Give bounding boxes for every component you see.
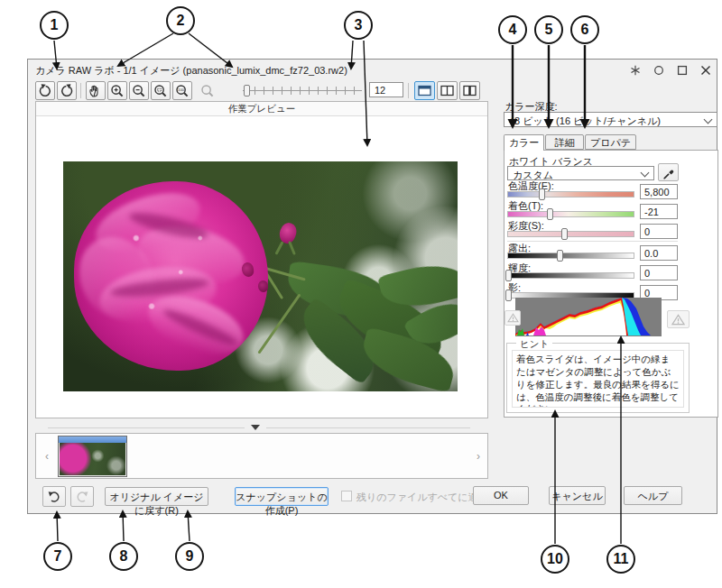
eyedropper-button[interactable]: [658, 163, 679, 181]
undo-icon: [47, 490, 61, 504]
shadow-slider-handle[interactable]: [505, 289, 512, 301]
thumbnail-selected[interactable]: [58, 436, 127, 477]
zoom-100-button[interactable]: 100: [172, 81, 192, 100]
help-button[interactable]: ヘルプ: [624, 486, 682, 505]
hint-groupbox: ヒント 着色スライダは、イメージ中の緑またはマゼンタの調整によって色かぶりを修正…: [506, 343, 690, 413]
shadow-clipping-warning-button[interactable]: [504, 310, 521, 326]
view-before-after-button[interactable]: [437, 81, 458, 100]
tint-value-input[interactable]: -21: [640, 204, 678, 219]
restore-circle-icon[interactable]: [653, 64, 664, 76]
callout-2: 2: [166, 6, 195, 35]
thumbnail-image: [60, 443, 125, 475]
preview-image[interactable]: [63, 161, 458, 391]
hint-text: 着色スライダは、イメージ中の緑またはマゼンタの調整によって色かぶりを修正します。…: [512, 350, 684, 408]
eyedropper-icon: [662, 166, 675, 179]
single-pane-icon: [417, 84, 432, 97]
zoom-tool-button[interactable]: [198, 81, 218, 100]
divider: [507, 241, 678, 242]
thumbnail-titlebar: [59, 436, 126, 443]
zoom-value-input[interactable]: 12: [369, 82, 403, 97]
callout-1: 1: [40, 11, 69, 40]
tab-detail[interactable]: 詳細: [545, 134, 584, 150]
maximize-icon[interactable]: [676, 64, 688, 76]
thumbnail-strip: ‹ ›: [35, 433, 488, 479]
color-tab-panel: ホワイト バランス カスタム 色温度(E): 5,800 着色(T): -21 …: [504, 150, 718, 418]
thumb-scroll-left-icon[interactable]: ‹: [42, 449, 52, 464]
collapse-line: [48, 427, 245, 428]
magnifier-plus-icon: [110, 84, 125, 98]
brightness-slider-handle[interactable]: [505, 270, 512, 281]
cancel-button[interactable]: キャンセル: [549, 486, 606, 505]
toolbar: 100 12: [28, 79, 717, 103]
chevron-down-icon: [704, 115, 713, 124]
rotate-right-button[interactable]: [57, 81, 77, 100]
zoom-slider-track: [243, 90, 362, 91]
ok-button[interactable]: OK: [473, 486, 529, 505]
window-title: カメラ RAW ラボ - 1/1 イメージ (panasonic_lumix_d…: [35, 64, 347, 78]
histogram: [515, 298, 662, 336]
toolbar-separator: [408, 83, 409, 98]
temperature-slider[interactable]: [507, 191, 634, 198]
close-icon[interactable]: [699, 64, 711, 76]
view-split-pane-button[interactable]: [459, 81, 480, 100]
magnifier-area-icon: [153, 84, 168, 98]
saturation-slider-handle[interactable]: [561, 228, 568, 240]
toolbar-separator: [80, 83, 81, 98]
warning-triangle-icon: [507, 313, 519, 323]
callout-9: 9: [175, 542, 204, 571]
rotate-left-button[interactable]: [35, 81, 55, 100]
warning-triangle-icon: [671, 314, 685, 326]
magnifier-100-icon: 100: [175, 84, 190, 98]
rose-bud: [258, 280, 268, 292]
callout-4: 4: [498, 15, 527, 44]
camera-raw-lab-dialog: カメラ RAW ラボ - 1/1 イメージ (panasonic_lumix_d…: [27, 59, 717, 514]
revert-original-button[interactable]: オリジナル イメージに戻す(R): [105, 487, 208, 506]
redo-button[interactable]: [70, 486, 94, 507]
tint-slider[interactable]: [507, 211, 634, 217]
color-depth-dropdown[interactable]: 48 ビット (16 ビット/チャンネル): [504, 112, 717, 127]
hint-title: ヒント: [516, 338, 552, 351]
temperature-value-input[interactable]: 5,800: [640, 184, 678, 199]
hand-icon: [88, 83, 104, 99]
settings-icon[interactable]: [629, 64, 641, 76]
callout-8: 8: [109, 542, 138, 571]
exposure-slider[interactable]: [507, 253, 634, 259]
view-single-pane-button[interactable]: [414, 81, 435, 100]
undo-button[interactable]: [42, 486, 66, 507]
thumb-scroll-right-icon[interactable]: ›: [473, 449, 484, 464]
divided-pane-icon: [462, 84, 477, 97]
svg-text:100: 100: [178, 87, 185, 92]
exposure-slider-handle[interactable]: [557, 250, 563, 262]
apply-remaining-checkbox[interactable]: [341, 491, 352, 501]
white-balance-dropdown[interactable]: カスタム: [507, 166, 654, 180]
callout-11: 11: [606, 545, 635, 574]
magnifier-icon: [200, 84, 215, 98]
zoom-to-area-button[interactable]: [151, 81, 171, 100]
chevron-down-icon: [641, 169, 650, 178]
zoom-in-button[interactable]: [107, 81, 127, 100]
two-pane-icon: [440, 84, 455, 97]
saturation-slider[interactable]: [507, 231, 634, 237]
zoom-out-button[interactable]: [129, 81, 149, 100]
callout-5: 5: [534, 15, 563, 44]
magnifier-minus-icon: [132, 84, 146, 98]
callout-7: 7: [43, 542, 72, 571]
collapse-line: [266, 427, 470, 428]
tab-color[interactable]: カラー: [504, 134, 544, 151]
zoom-slider[interactable]: [243, 84, 362, 96]
tab-properties[interactable]: プロパティ: [585, 134, 636, 150]
brightness-slider[interactable]: [507, 272, 634, 279]
tint-slider-handle[interactable]: [547, 208, 553, 220]
exposure-value-input[interactable]: 0.0: [640, 245, 678, 261]
callout-10: 10: [541, 545, 569, 574]
collapse-strip-handle[interactable]: [251, 425, 260, 430]
highlight-clipping-warning-button[interactable]: [667, 310, 690, 328]
callout-6: 6: [570, 15, 599, 44]
preview-header: 作業プレビュー: [36, 102, 487, 116]
pan-tool-button[interactable]: [86, 81, 106, 100]
zoom-slider-handle[interactable]: [244, 85, 250, 96]
preview-panel: 作業プレビュー: [35, 101, 488, 418]
saturation-value-input[interactable]: 0: [640, 224, 678, 239]
brightness-value-input[interactable]: 0: [640, 265, 678, 280]
create-snapshot-button[interactable]: スナップショットの作成(P): [235, 487, 329, 506]
